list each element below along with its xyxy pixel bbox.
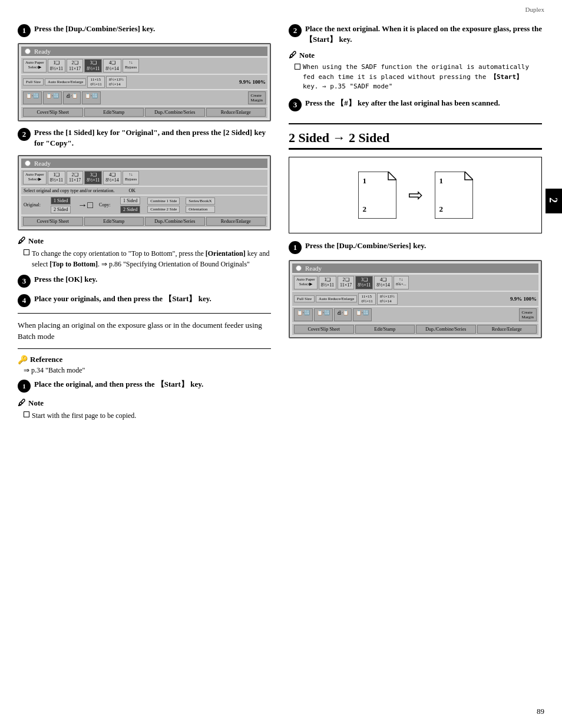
paper-bypass-2[interactable]: ↑↓Bypass bbox=[123, 171, 139, 185]
full-size-btn-3[interactable]: Full Size bbox=[294, 295, 315, 302]
paper-auto-2[interactable]: Auto PaperSelect▶ bbox=[23, 171, 47, 185]
doc1-num2: 2 bbox=[363, 205, 367, 214]
original-label: Original: bbox=[24, 202, 47, 207]
step-4-number: 4 bbox=[18, 294, 31, 307]
ref-body: ⇒ p.34 "Batch mode" bbox=[18, 365, 271, 375]
create-margin-btn-3[interactable]: CreateMargin bbox=[519, 308, 537, 321]
reduce-enlarge-btn-2[interactable]: Reduce/Enlarge bbox=[206, 217, 266, 226]
orientation-btn[interactable]: Orientation bbox=[186, 206, 214, 213]
paper-3-2[interactable]: 3❑8½×11 bbox=[84, 171, 102, 185]
size-3[interactable]: 11×150½×11 bbox=[358, 293, 375, 305]
lcd-paper-row: Auto PaperSelect▶ 1❑8½×11 2❑11×17 3❑8½×1… bbox=[21, 58, 267, 74]
sub-step-1: 1 Place the original, and then press the… bbox=[18, 379, 271, 393]
note-box-1: 🖊 Note To change the copy orientation to… bbox=[18, 236, 271, 269]
paper-3[interactable]: 3❑8½×11 bbox=[84, 59, 102, 73]
divider-1 bbox=[18, 313, 271, 314]
left-column: 1 Press the [Dup./Combine/Series] key. R… bbox=[18, 24, 271, 426]
reference-box: 🔑 Reference ⇒ p.34 "Batch mode" bbox=[18, 355, 271, 375]
lcd-btn-3-1[interactable]: 📋·🔢 bbox=[294, 308, 313, 321]
right-step-2-text: Place the next original. When it is plac… bbox=[305, 24, 542, 45]
lcd-btn-4[interactable]: 📋·🔢 bbox=[82, 91, 101, 104]
dup-combine-btn-2[interactable]: Dup./Combine/Series bbox=[145, 217, 205, 226]
ready-indicator bbox=[25, 48, 31, 54]
size-8x13[interactable]: 8½×13½0½×14 bbox=[106, 76, 127, 88]
doc2-num1: 1 bbox=[439, 176, 444, 186]
full-size-btn[interactable]: Full Size bbox=[23, 78, 44, 85]
create-margin-btn[interactable]: CreateMargin bbox=[248, 91, 266, 104]
page-number: 89 bbox=[537, 707, 544, 716]
lcd-btn-3-4[interactable]: 📋·🔢 bbox=[353, 308, 372, 321]
diagram-arrow: ⇨ bbox=[408, 185, 423, 205]
right-step-3-text: Press the 【#】 key after the last origina… bbox=[305, 98, 500, 108]
combine-1-side[interactable]: Combine 1 Side bbox=[147, 197, 180, 205]
paper-bypass[interactable]: ↑↓Bypass bbox=[123, 59, 139, 73]
ready-text: Ready bbox=[34, 48, 51, 55]
ready-text-2: Ready bbox=[34, 160, 51, 167]
edit-stamp-btn-2[interactable]: Edit/Stamp bbox=[84, 217, 144, 226]
series-bookx[interactable]: Series/BookX bbox=[186, 197, 214, 205]
note-text-3: When using the SADF function the origina… bbox=[303, 62, 542, 92]
2-sided-copy[interactable]: 2 Sided bbox=[120, 206, 140, 213]
lcd-btn-3-2[interactable]: 📋·🔢 bbox=[314, 308, 333, 321]
note-icon-1: 🖊 bbox=[18, 236, 26, 246]
paper-auto-3[interactable]: Auto PaperSelect▶ bbox=[294, 276, 318, 289]
note-text-1: To change the copy orientation to "Top t… bbox=[32, 248, 271, 269]
step-3-text: Press the [OK] key. bbox=[34, 274, 97, 285]
auto-reduce-btn-3[interactable]: Auto Reduce/Enlarge bbox=[316, 295, 357, 302]
cover-slip-btn[interactable]: Cover/Slip Sheet bbox=[23, 108, 83, 117]
edit-stamp-btn-3[interactable]: Edit/Stamp bbox=[355, 325, 415, 334]
lcd-btn-2[interactable]: 📋·🔢 bbox=[43, 91, 62, 104]
paper-2-3[interactable]: 2❑11×17 bbox=[338, 276, 354, 289]
size-4[interactable]: 8½×13½0½×14 bbox=[377, 293, 398, 305]
paper-4-3[interactable]: 4❑8½×14 bbox=[374, 276, 392, 289]
ready-dot-3 bbox=[296, 265, 302, 271]
lcd-header-2: Ready bbox=[21, 159, 267, 168]
paper-1[interactable]: 1❑8½×11 bbox=[48, 59, 65, 73]
paper-3-3[interactable]: 3❑8½×11 bbox=[355, 276, 373, 289]
arrow-indicator: →□ bbox=[75, 200, 95, 210]
reduce-enlarge-btn-3[interactable]: Reduce/Enlarge bbox=[477, 325, 537, 334]
section-divider bbox=[289, 123, 542, 124]
paper-bypass-3[interactable]: ↑↓8¾×... bbox=[394, 276, 409, 289]
copy-options: 1 Sided 2 Sided bbox=[120, 197, 141, 213]
divider-2 bbox=[18, 348, 271, 349]
auto-reduce-btn[interactable]: Auto Reduce/Enlarge bbox=[45, 78, 86, 85]
paper-1-2[interactable]: 1❑8½×11 bbox=[48, 171, 65, 185]
paper-2-2[interactable]: 2❑11×17 bbox=[67, 171, 83, 185]
1-sided-copy[interactable]: 1 Sided bbox=[120, 197, 140, 205]
lcd-btn-1[interactable]: 📋·🔢 bbox=[23, 91, 42, 104]
lcd-btn-3-3[interactable]: 🖨·📋 bbox=[334, 308, 352, 321]
lcd-nav-row: Cover/Slip Sheet Edit/Stamp Dup./Combine… bbox=[21, 107, 267, 118]
right-step-3-number: 3 bbox=[289, 98, 302, 111]
lcd-panel-1: Ready Auto PaperSelect▶ 1❑8½×11 2❑11×17 … bbox=[18, 43, 271, 121]
paper-2[interactable]: 2❑11×17 bbox=[67, 59, 83, 73]
note-body-3: When using the SADF function the origina… bbox=[289, 62, 542, 92]
note-checkbox-1 bbox=[24, 249, 29, 255]
cover-slip-btn-2[interactable]: Cover/Slip Sheet bbox=[23, 217, 83, 226]
1-sided-original[interactable]: 1 Sided bbox=[51, 197, 71, 205]
lcd-header-3: Ready bbox=[292, 263, 538, 273]
combine-2-side[interactable]: Combine 2 Side bbox=[147, 206, 180, 213]
note-title-3: 🖊 Note bbox=[289, 51, 542, 60]
note-box-2: 🖊 Note Start with the first page to be c… bbox=[18, 398, 271, 421]
ready-dot-2 bbox=[25, 160, 31, 166]
paper-1-3[interactable]: 1❑8½×11 bbox=[319, 276, 336, 289]
lcd-btn-3[interactable]: 🖨·📋 bbox=[63, 91, 81, 104]
dup-combine-btn-3[interactable]: Dup./Combine/Series bbox=[416, 325, 476, 334]
step-4: 4 Place your originals, and then press t… bbox=[18, 294, 271, 307]
lcd-nav-row-2: Cover/Slip Sheet Edit/Stamp Dup./Combine… bbox=[21, 216, 267, 227]
note-text-2: Start with the first page to be copied. bbox=[32, 410, 136, 421]
lcd-panel-2: Ready Auto PaperSelect▶ 1❑8½×11 2❑11×17 … bbox=[18, 155, 271, 230]
2-sided-original[interactable]: 2 Sided bbox=[51, 206, 71, 213]
dup-combine-btn[interactable]: Dup./Combine/Series bbox=[145, 108, 205, 117]
size-11x15[interactable]: 11×150½×11 bbox=[87, 76, 104, 88]
reduce-enlarge-btn[interactable]: Reduce/Enlarge bbox=[206, 108, 266, 117]
paper-4-2[interactable]: 4❑8½×14 bbox=[103, 171, 121, 185]
section-heading: 2 Sided → 2 Sided bbox=[289, 130, 542, 150]
paper-4[interactable]: 4❑8½×14 bbox=[103, 59, 121, 73]
edit-stamp-btn[interactable]: Edit/Stamp bbox=[84, 108, 144, 117]
note-checkbox-2 bbox=[24, 411, 29, 417]
section-label: Duplex bbox=[525, 6, 544, 13]
cover-slip-btn-3[interactable]: Cover/Slip Sheet bbox=[294, 325, 354, 334]
paper-auto[interactable]: Auto PaperSelect▶ bbox=[23, 59, 47, 73]
